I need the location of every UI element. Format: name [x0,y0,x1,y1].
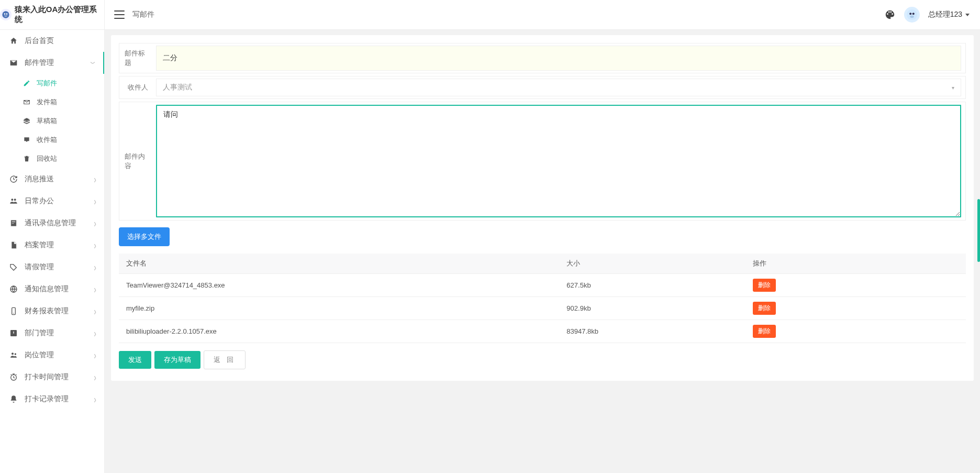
sidebar-item-leave[interactable]: 请假管理 [0,256,104,278]
chevron-down-icon: ▾ [952,85,954,91]
sidebar-item-label: 请假管理 [25,262,54,272]
warn-icon [8,329,19,337]
content-label: 邮件内容 [119,102,156,220]
sidebar-sub-sent[interactable]: 发件箱 [0,93,104,112]
chevron-right-icon [94,241,96,249]
layers-icon [23,117,32,125]
chevron-right-icon [94,263,96,271]
save-draft-button[interactable]: 存为草稿 [154,351,201,369]
sidebar-item-archive[interactable]: 档案管理 [0,234,104,256]
sidebar-sub-label: 收件箱 [37,135,57,145]
sidebar-item-label: 邮件管理 [25,58,54,68]
delete-button[interactable]: 删除 [753,325,776,338]
sidebar-item-finance[interactable]: 财务报表管理 [0,300,104,322]
chevron-right-icon [94,219,96,227]
scrollbar-thumb[interactable] [977,199,980,262]
sidebar-item-label: 打卡时间管理 [25,372,69,382]
table-row: TeamViewer@324714_4853.exe627.5kb删除 [119,274,966,297]
svg-point-3 [907,9,917,20]
edit-icon [23,80,32,87]
svg-point-0 [2,11,9,18]
content-textarea[interactable] [156,105,961,217]
sidebar-item-home[interactable]: 后台首页 [0,30,104,52]
back-button[interactable]: 返 回 [204,350,246,369]
sidebar-item-label: 岗位管理 [25,350,54,360]
svg-rect-8 [12,307,16,314]
col-size: 大小 [559,254,745,274]
sidebar-item-label: 日常办公 [25,196,54,206]
sidebar-item-label: 通讯录信息管理 [25,218,76,228]
inbox-icon [23,136,32,144]
file-size: 627.5kb [559,274,745,297]
sidebar-item-label: 打卡记录管理 [25,394,69,404]
hamburger-icon [114,10,125,19]
sidebar-item-label: 后台首页 [25,36,54,46]
file-name: bilibiliuploader-2.2.0.1057.exe [119,320,559,343]
sidebar-item-label: 通知信息管理 [25,284,69,294]
sidebar-item-notice[interactable]: 通知信息管理 [0,278,104,300]
svg-point-6 [910,15,914,18]
chevron-down-icon [93,59,95,67]
delete-button[interactable]: 删除 [753,279,776,292]
bell-icon [8,395,19,403]
send-button[interactable]: 发送 [119,351,151,369]
sidebar-item-clockset[interactable]: 打卡时间管理 [0,366,104,388]
sidebar-item-label: 档案管理 [25,240,54,250]
upload-button[interactable]: 选择多文件 [119,227,170,246]
mail-icon [8,59,19,67]
sidebar-item-push[interactable]: 消息推送 [0,168,104,190]
content-row: 邮件内容 [119,102,966,221]
theme-button[interactable] [884,9,896,20]
sidebar-item-dept[interactable]: 部门管理 [0,322,104,344]
title-label: 邮件标题 [119,43,156,73]
menu-toggle-button[interactable] [114,10,125,19]
svg-point-12 [15,353,16,355]
username: 总经理123 [928,10,962,19]
title-row: 邮件标题 [119,43,966,73]
title-input[interactable] [156,46,961,71]
chevron-right-icon [94,197,96,205]
sidebar-sub-inbox[interactable]: 收件箱 [0,130,104,149]
sidebar-item-mail[interactable]: 邮件管理 [0,52,104,74]
archive-icon [8,241,19,249]
team-icon [8,197,19,205]
file-size: 902.9kb [559,297,745,320]
recipient-row: 收件人 人事测试 ▾ [119,76,966,99]
recipient-placeholder: 人事测试 [163,83,192,92]
sidebar-sub-trash[interactable]: 回收站 [0,149,104,168]
globe-icon [8,285,19,293]
avatar-icon [906,9,918,20]
brand: 猿来入此OA办公管理系统 [0,0,105,29]
tag-icon [8,263,19,271]
chevron-right-icon [94,307,96,315]
avatar[interactable] [904,7,920,23]
action-row: 发送 存为草稿 返 回 [119,350,966,369]
sidebar-sub-label: 写邮件 [37,79,57,88]
sidebar-sub-label: 回收站 [37,154,57,163]
brand-logo-icon [0,9,12,20]
col-filename: 文件名 [119,254,559,274]
topbar: 猿来入此OA办公管理系统 写邮件 总经理123 [0,0,980,30]
sidebar-item-label: 财务报表管理 [25,306,69,316]
home-icon [8,37,19,45]
svg-point-2 [6,13,8,15]
sidebar: 后台首页邮件管理写邮件发件箱草稿箱收件箱回收站消息推送日常办公通讯录信息管理档案… [0,30,105,473]
sidebar-item-contact[interactable]: 通讯录信息管理 [0,212,104,234]
sidebar-sub-label: 发件箱 [37,97,57,107]
delete-button[interactable]: 删除 [753,302,776,315]
sidebar-item-daily[interactable]: 日常办公 [0,190,104,212]
svg-point-1 [4,13,6,15]
sidebar-sub-compose[interactable]: 写邮件 [0,74,104,93]
recipient-select[interactable]: 人事测试 ▾ [156,79,961,96]
user-menu[interactable]: 总经理123 [928,10,970,19]
scrollbar[interactable] [977,0,980,473]
phone-icon [8,307,19,315]
sidebar-item-clocklog[interactable]: 打卡记录管理 [0,388,104,410]
sidebar-item-post[interactable]: 岗位管理 [0,344,104,366]
sidebar-sub-draft[interactable]: 草稿箱 [0,112,104,130]
table-row: myfile.zip902.9kb删除 [119,297,966,320]
svg-point-5 [912,13,914,15]
chevron-right-icon [94,285,96,293]
svg-point-9 [13,313,14,313]
sidebar-item-label: 消息推送 [25,174,54,184]
